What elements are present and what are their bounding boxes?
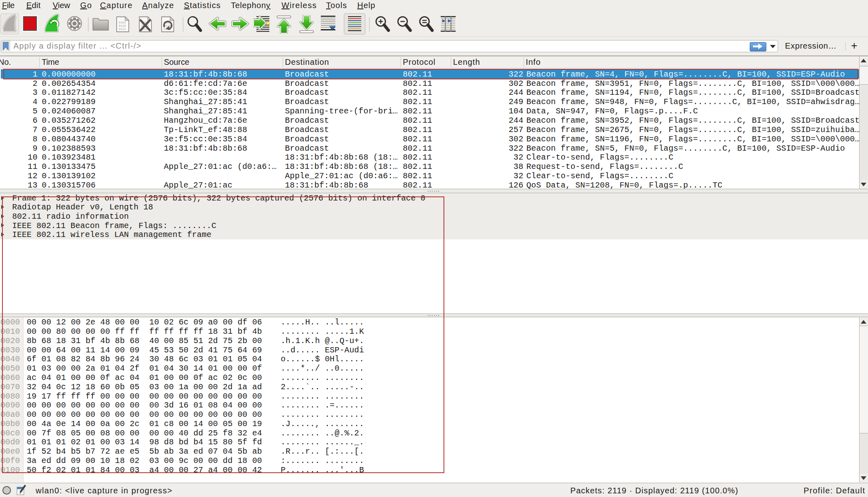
svg-text:0101: 0101: [119, 21, 126, 24]
svg-text:0111: 0111: [119, 28, 126, 31]
svg-text:0110: 0110: [119, 24, 126, 28]
